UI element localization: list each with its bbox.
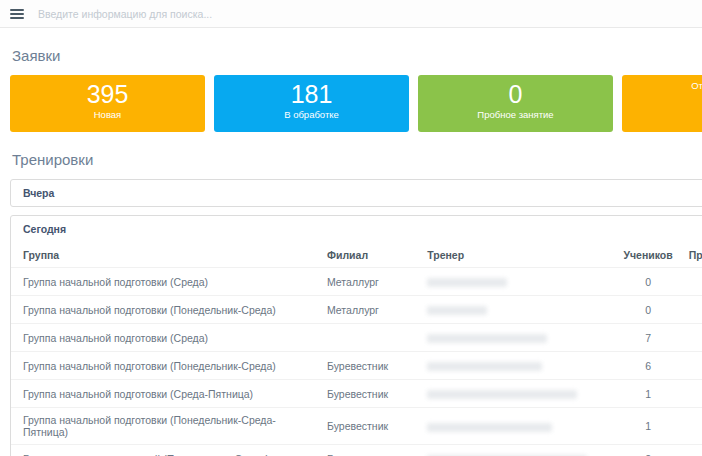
trial-cell: 1 [681,408,702,445]
column-header-3: Учеников [615,242,680,268]
panel-today-header[interactable]: Сегодня [11,216,702,242]
students-cell: 0 [615,296,680,324]
group-cell[interactable]: Группа подготовки вратарей (Понедельник-… [11,445,319,456]
application-card-2[interactable]: 0Пробное занятие [418,75,613,132]
top-navbar [0,0,702,28]
trainer-cell [419,352,615,380]
table-row: Группа подготовки вратарей (Понедельник-… [11,445,702,456]
trial-cell: 7 [681,324,702,352]
trainer-cell [419,408,615,445]
branch-cell [319,324,419,352]
branch-cell: Металлург [319,296,419,324]
trial-cell: 0 [681,268,702,296]
card-label: В обработке [214,109,409,120]
application-card-0[interactable]: 395Новая [10,75,205,132]
trainer-cell [419,380,615,408]
trainer-blurred-text [427,334,547,343]
table-row: Группа начальной подготовки (Понедельник… [11,408,702,445]
card-value: 395 [10,80,205,109]
trainer-cell [419,268,615,296]
page-content: Заявки 395Новая181В обработке0Пробное за… [0,47,702,456]
trainer-blurred-text [427,423,552,432]
search-input[interactable] [38,8,298,20]
trainer-cell [419,324,615,352]
group-cell[interactable]: Группа начальной подготовки (Среда-Пятни… [11,380,319,408]
students-cell: 0 [615,268,680,296]
trainings-title: Тренировки [12,151,702,168]
column-header-4: Пробное [681,242,702,268]
students-cell: 6 [615,352,680,380]
trial-cell: 2 [681,445,702,456]
branch-cell: Буревестник [319,352,419,380]
applications-cards: 395Новая181В обработке0Пробное занятиеОт… [10,75,702,132]
card-label: Новая [10,109,205,120]
students-cell: 1 [615,380,680,408]
card-label: Пробное занятие [418,109,613,120]
table-row: Группа начальной подготовки (Понедельник… [11,352,702,380]
trial-cell: 0 [681,296,702,324]
application-card-3[interactable]: Отложенные [622,75,702,132]
panel-yesterday: Вчера [10,179,702,207]
card-value: 181 [214,80,409,109]
column-header-1: Филиал [319,242,419,268]
trial-cell: 6 [681,352,702,380]
table-row: Группа начальной подготовки (Среда)7720:… [11,324,702,352]
trainer-blurred-text [427,278,507,287]
students-cell: 2 [615,445,680,456]
card-value: 0 [418,80,613,109]
table-body: Группа начальной подготовки (Среда)Метал… [11,268,702,456]
table-row: Группа начальной подготовки (Понедельник… [11,296,702,324]
panel-yesterday-header[interactable]: Вчера [11,180,702,206]
trainings-table: ГруппаФилиалТренерУчениковПробноеВремяСт… [11,242,702,456]
trainer-blurred-text [427,390,577,399]
application-card-1[interactable]: 181В обработке [214,75,409,132]
branch-cell: Буревестник [319,380,419,408]
branch-cell: Буревестник [319,445,419,456]
applications-title: Заявки [12,47,702,64]
group-cell[interactable]: Группа начальной подготовки (Понедельник… [11,296,319,324]
trainer-blurred-text [427,306,487,315]
group-cell[interactable]: Группа начальной подготовки (Среда) [11,268,319,296]
trial-cell: 1 [681,380,702,408]
branch-cell: Металлург [319,268,419,296]
menu-icon[interactable] [10,9,24,19]
group-cell[interactable]: Группа начальной подготовки (Среда) [11,324,319,352]
trainer-cell [419,445,615,456]
table-header-row: ГруппаФилиалТренерУчениковПробноеВремяСт… [11,242,702,268]
branch-cell: Буревестник [319,408,419,445]
students-cell: 1 [615,408,680,445]
group-cell[interactable]: Группа начальной подготовки (Понедельник… [11,408,319,445]
card-label: Отложенные [622,80,702,91]
panel-today: Сегодня ГруппаФилиалТренерУчениковПробно… [10,215,702,456]
students-cell: 7 [615,324,680,352]
group-cell[interactable]: Группа начальной подготовки (Понедельник… [11,352,319,380]
column-header-2: Тренер [419,242,615,268]
table-row: Группа начальной подготовки (Среда)Метал… [11,268,702,296]
table-row: Группа начальной подготовки (Среда-Пятни… [11,380,702,408]
trainer-blurred-text [427,362,542,371]
column-header-0: Группа [11,242,319,268]
trainer-cell [419,296,615,324]
